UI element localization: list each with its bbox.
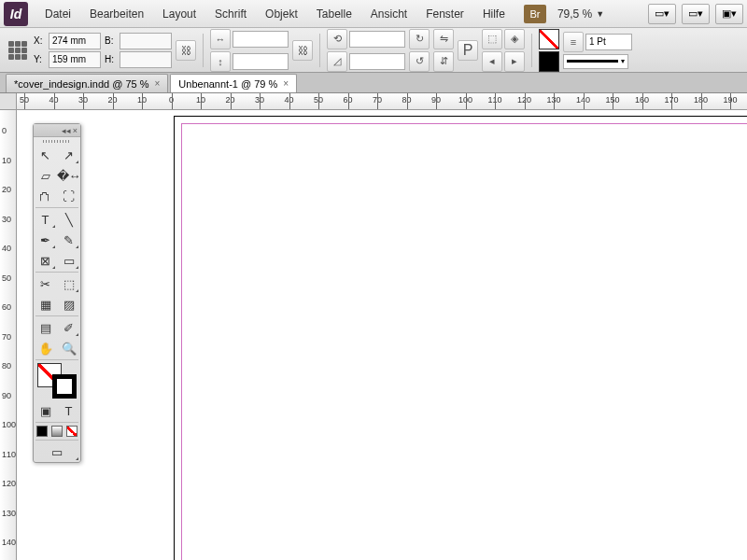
document-tabbar: *cover_indesign.indd @ 75 %× Unbenannt-1… xyxy=(0,73,747,93)
stroke-swatch[interactable] xyxy=(539,51,559,72)
menu-datei[interactable]: Datei xyxy=(35,4,80,24)
note-tool[interactable]: ▤ xyxy=(34,317,57,338)
page-margin-guide xyxy=(181,123,747,560)
menu-bearbeiten[interactable]: Bearbeiten xyxy=(80,4,153,24)
menubar: Id Datei Bearbeiten Layout Schrift Objek… xyxy=(0,0,747,28)
tab-cover[interactable]: *cover_indesign.indd @ 75 %× xyxy=(6,74,168,92)
content-placer-tool[interactable]: ⛶ xyxy=(57,186,80,206)
scale-y-input[interactable] xyxy=(233,53,289,70)
apply-none-icon[interactable] xyxy=(66,426,78,437)
bridge-icon[interactable]: Br xyxy=(524,5,546,23)
apply-color-icon[interactable] xyxy=(36,426,48,437)
zoom-level[interactable]: 79,5 % ▼ xyxy=(557,7,604,21)
rotate-cw-icon[interactable]: ↻ xyxy=(409,29,430,49)
scale-y-icon: ↕ xyxy=(210,51,231,72)
type-tool[interactable]: T xyxy=(34,209,57,230)
zoom-value: 79,5 % xyxy=(557,7,592,21)
tools-panel: ◂◂× ↖↗ ▱�↔ ⛫⛶ T╲ ✒✎ ⊠▭ ✂⬚ ▦▨ ▤✐ ✋🔍 ▣T ▭ xyxy=(33,123,81,463)
flip-h-icon[interactable]: ⇋ xyxy=(433,29,454,49)
tab-unbenannt[interactable]: Unbenannt-1 @ 79 %× xyxy=(170,74,297,92)
x-input[interactable] xyxy=(49,33,101,49)
apply-gradient-icon[interactable] xyxy=(51,426,63,437)
rectangle-tool[interactable]: ▭ xyxy=(57,250,80,271)
y-input[interactable] xyxy=(49,51,101,68)
rotate-ccw-icon[interactable]: ↺ xyxy=(409,51,430,72)
formatting-text-icon[interactable]: T xyxy=(57,400,80,421)
p-icon[interactable]: P xyxy=(458,40,478,61)
close-icon[interactable]: × xyxy=(73,126,78,135)
select-container-icon[interactable]: ⬚ xyxy=(482,29,502,49)
menu-fenster[interactable]: Fenster xyxy=(416,4,473,24)
canvas[interactable] xyxy=(17,110,747,560)
fill-stroke-proxy[interactable] xyxy=(34,361,80,400)
selection-tool[interactable]: ↖ xyxy=(34,145,57,165)
stroke-proxy[interactable] xyxy=(52,374,77,399)
menu-tabelle[interactable]: Tabelle xyxy=(307,4,361,24)
flip-v-icon[interactable]: ⇵ xyxy=(433,51,454,72)
menu-ansicht[interactable]: Ansicht xyxy=(361,4,416,24)
gap-tool[interactable]: �↔ xyxy=(57,165,80,186)
ruler-origin[interactable] xyxy=(0,93,17,110)
select-content-icon[interactable]: ◈ xyxy=(504,29,525,49)
view-mode-tool[interactable]: ▭ xyxy=(34,441,80,462)
tab-label: Unbenannt-1 @ 79 % xyxy=(178,78,277,90)
pencil-tool[interactable]: ✎ xyxy=(57,230,80,250)
panel-header[interactable]: ◂◂× xyxy=(34,124,80,137)
pen-tool[interactable]: ✒ xyxy=(34,230,57,250)
collapse-icon[interactable]: ◂◂ xyxy=(62,126,71,135)
formatting-container-icon[interactable]: ▣ xyxy=(34,400,57,421)
gradient-feather-tool[interactable]: ▨ xyxy=(57,294,80,315)
chevron-down-icon: ▼ xyxy=(596,9,604,19)
scale-x-icon: ↔ xyxy=(210,29,231,49)
h-label: H: xyxy=(105,54,118,64)
ruler-horizontal[interactable]: 5040302010010203040506070809010011012013… xyxy=(17,93,747,110)
link-icon[interactable]: ⛓ xyxy=(292,40,313,61)
menu-layout[interactable]: Layout xyxy=(153,4,205,24)
stroke-weight-input[interactable]: 1 Pt xyxy=(585,34,632,50)
view-mode-icon[interactable]: ▭▾ xyxy=(648,4,676,24)
direct-selection-tool[interactable]: ↗ xyxy=(57,145,80,165)
zoom-tool[interactable]: 🔍 xyxy=(57,338,80,358)
app-logo: Id xyxy=(4,2,28,26)
x-label: X: xyxy=(34,35,47,46)
stroke-style-input[interactable]: ▾ xyxy=(563,54,628,69)
h-input[interactable] xyxy=(120,51,172,68)
w-label: B: xyxy=(105,35,118,46)
y-label: Y: xyxy=(34,54,47,64)
select-prev-icon[interactable]: ◂ xyxy=(482,51,502,72)
panel-grip[interactable] xyxy=(34,137,80,145)
menu-hilfe[interactable]: Hilfe xyxy=(473,4,514,24)
gradient-swatch-tool[interactable]: ▦ xyxy=(34,294,57,315)
shear-input[interactable] xyxy=(349,53,405,70)
shear-icon: ◿ xyxy=(327,51,347,72)
rotate-icon: ⟲ xyxy=(327,29,347,49)
control-bar: X: Y: B: H: ⛓ ↔ ↕ ⛓ ⟲ ◿ ↻ ↺ ⇋ ⇵ P ⬚◈ ◂▸ … xyxy=(0,28,747,73)
scissors-tool[interactable]: ✂ xyxy=(34,273,57,294)
ruler-vertical[interactable]: 0102030405060708090100110120130140150 xyxy=(0,110,17,560)
free-transform-tool[interactable]: ⬚ xyxy=(57,273,80,294)
screen-mode-icon[interactable]: ▣▾ xyxy=(715,4,743,24)
tab-label: *cover_indesign.indd @ 75 % xyxy=(14,78,148,90)
arrange-icon[interactable]: ▭▾ xyxy=(682,4,710,24)
menu-schrift[interactable]: Schrift xyxy=(205,4,256,24)
line-tool[interactable]: ╲ xyxy=(57,209,80,230)
menu-objekt[interactable]: Objekt xyxy=(256,4,307,24)
eyedropper-tool[interactable]: ✐ xyxy=(57,317,80,338)
content-collector-tool[interactable]: ⛫ xyxy=(34,186,57,206)
scale-x-input[interactable] xyxy=(233,31,289,48)
close-icon[interactable]: × xyxy=(283,78,289,89)
reference-point-icon[interactable] xyxy=(6,36,30,64)
page-tool[interactable]: ▱ xyxy=(34,165,57,186)
rotate-input[interactable] xyxy=(349,31,405,48)
hand-tool[interactable]: ✋ xyxy=(34,338,57,358)
rectangle-frame-tool[interactable]: ⊠ xyxy=(34,250,57,271)
close-icon[interactable]: × xyxy=(154,78,160,89)
fill-swatch[interactable] xyxy=(539,29,559,49)
constrain-icon[interactable]: ⛓ xyxy=(176,40,196,61)
stroke-weight-icon: ≡ xyxy=(563,32,584,52)
w-input[interactable] xyxy=(120,33,172,49)
select-next-icon[interactable]: ▸ xyxy=(504,51,525,72)
